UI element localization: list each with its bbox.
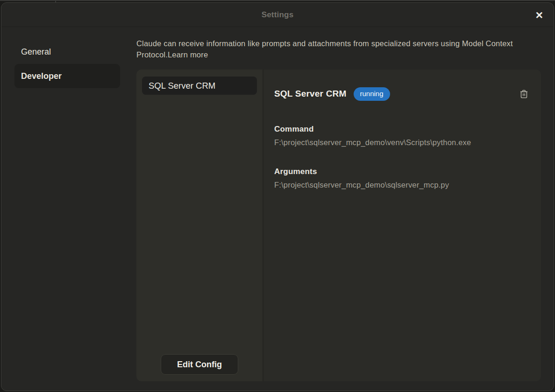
- learn-more-link[interactable]: Learn more: [168, 50, 208, 59]
- arguments-label: Arguments: [274, 167, 529, 176]
- server-detail-column: SQL Server CRM running Command F:\projec…: [263, 70, 541, 381]
- command-value: F:\project\sqlserver_mcp_demo\venv\Scrip…: [274, 138, 529, 147]
- close-icon[interactable]: ✕: [535, 10, 543, 20]
- delete-server-button[interactable]: [519, 89, 529, 99]
- background-window-edge: [0, 0, 555, 1]
- command-label: Command: [274, 125, 529, 134]
- dialog-titlebar: Settings ✕: [1, 3, 554, 27]
- server-list-item[interactable]: SQL Server CRM: [142, 77, 257, 95]
- server-detail-name: SQL Server CRM: [274, 89, 347, 99]
- mcp-servers-panel: SQL Server CRM Edit Config SQL Server CR…: [136, 70, 541, 381]
- server-detail-header: SQL Server CRM running: [274, 86, 529, 101]
- settings-sidebar: General Developer: [14, 40, 120, 88]
- status-badge: running: [354, 87, 390, 101]
- trash-icon: [520, 90, 528, 98]
- sidebar-item-developer[interactable]: Developer: [14, 64, 120, 88]
- server-list-column: SQL Server CRM Edit Config: [136, 70, 263, 381]
- sidebar-item-label: Developer: [21, 71, 62, 81]
- mcp-description: Claude can receive information like prom…: [136, 38, 525, 60]
- sidebar-item-label: General: [21, 47, 51, 57]
- server-list-item-name: SQL Server CRM: [149, 81, 215, 91]
- dialog-title: Settings: [262, 10, 294, 20]
- edit-config-button[interactable]: Edit Config: [161, 354, 238, 375]
- sidebar-item-general[interactable]: General: [14, 40, 120, 64]
- arguments-value: F:\project\sqlserver_mcp_demo\sqlserver_…: [274, 181, 529, 189]
- settings-dialog: Settings ✕ General Developer Claude can …: [1, 2, 554, 391]
